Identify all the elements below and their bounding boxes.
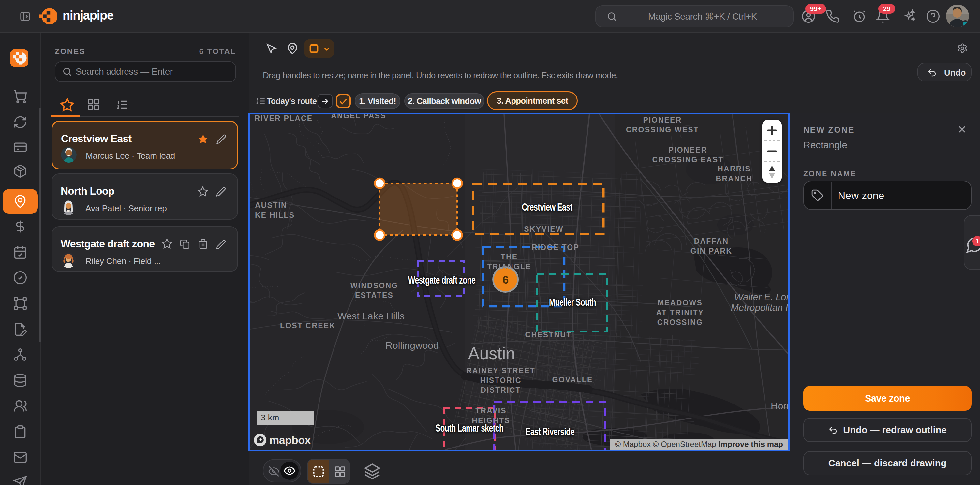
svg-text:mapbox: mapbox [269, 434, 311, 446]
svg-text:6: 6 [503, 274, 509, 286]
